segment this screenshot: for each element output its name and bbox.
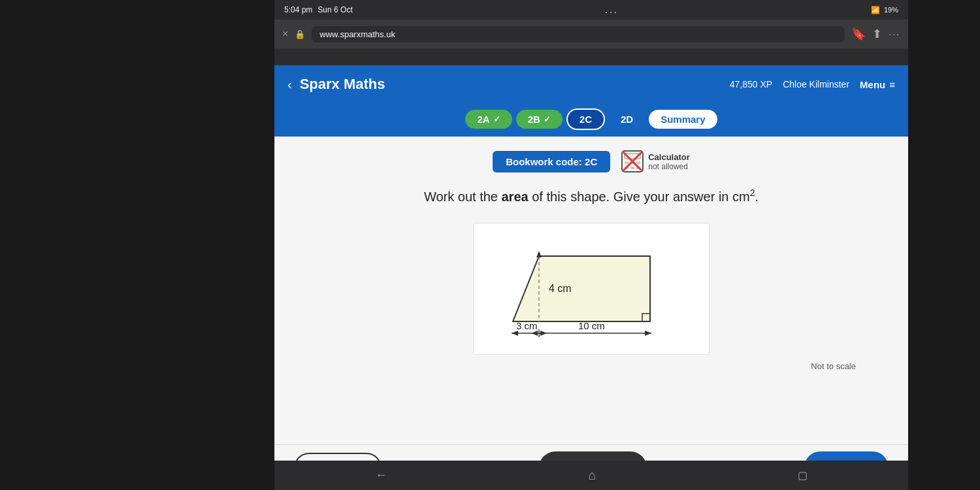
- device-bottom-bar: ← ⌂ ▢: [274, 461, 908, 490]
- question-text-before: Work out the: [424, 189, 502, 204]
- url-bar[interactable]: www.sparxmaths.uk: [312, 26, 845, 42]
- tab-2a-label: 2A: [477, 114, 489, 125]
- tab-2a-check: ✓: [493, 114, 500, 124]
- calculator-status: not allowed: [648, 162, 690, 171]
- close-button[interactable]: ×: [282, 28, 288, 40]
- more-options-icon[interactable]: ...: [889, 27, 900, 41]
- question-text: Work out the area of this shape. Give yo…: [424, 186, 759, 206]
- header-left: ‹ Sparx Maths: [287, 76, 385, 93]
- question-bold: area: [502, 189, 529, 204]
- tab-2b-check: ✓: [544, 114, 551, 124]
- user-name: Chloe Kilminster: [783, 79, 849, 90]
- tab-2a[interactable]: 2A ✓: [465, 110, 512, 129]
- svg-marker-10: [513, 256, 650, 321]
- lock-icon: 🔒: [295, 29, 305, 39]
- menu-button[interactable]: Menu ≡: [860, 79, 895, 90]
- back-device-icon[interactable]: ←: [375, 468, 387, 482]
- wifi-icon: 📶: [871, 6, 880, 14]
- tab-2d-label: 2D: [621, 114, 633, 125]
- battery-display: 19%: [884, 6, 898, 14]
- svg-rect-2: [625, 161, 629, 164]
- status-right: 📶 19%: [871, 6, 898, 14]
- tab-2c-label: 2C: [580, 114, 592, 125]
- date-display: Sun 6 Oct: [318, 5, 352, 14]
- menu-label: Menu: [860, 79, 885, 90]
- browser-chrome: 5:04 pm Sun 6 Oct ... 📶 19% × 🔒 www.spar…: [274, 0, 908, 65]
- superscript: 2: [750, 188, 755, 198]
- dots-menu[interactable]: ...: [605, 5, 619, 15]
- not-to-scale: Not to scale: [287, 361, 895, 371]
- tab-2b[interactable]: 2B ✓: [516, 110, 563, 129]
- hamburger-icon: ≡: [889, 79, 895, 90]
- time-display: 5:04 pm: [284, 5, 312, 14]
- right-panel: [908, 0, 980, 490]
- calculator-label: Calculator: [648, 152, 690, 162]
- share-icon[interactable]: ⬆: [872, 27, 882, 41]
- tab-2c[interactable]: 2C: [566, 108, 605, 130]
- calculator-text: Calculator not allowed: [648, 152, 690, 171]
- svg-rect-4: [636, 161, 640, 164]
- tab-2b-label: 2B: [528, 114, 540, 125]
- question-area: Bookwork code: 2C Calculat: [274, 137, 908, 444]
- bookmark-icon[interactable]: 🔖: [851, 27, 866, 41]
- back-button[interactable]: ‹: [287, 77, 292, 92]
- app-title: Sparx Maths: [300, 76, 385, 93]
- shape-diagram: 4 cm 3 cm 10 cm: [493, 237, 689, 341]
- tab-2d[interactable]: 2D: [609, 110, 645, 129]
- status-left: 5:04 pm Sun 6 Oct: [284, 5, 353, 14]
- browser-actions: 🔖 ⬆ ...: [851, 27, 900, 41]
- svg-marker-19: [531, 331, 538, 336]
- svg-rect-6: [630, 167, 634, 169]
- svg-marker-20: [540, 331, 547, 336]
- svg-text:10 cm: 10 cm: [578, 320, 605, 331]
- browser-toolbar: × 🔒 www.sparxmaths.uk 🔖 ⬆ ...: [274, 20, 908, 48]
- tab-summary-label: Summary: [661, 114, 705, 125]
- svg-marker-17: [645, 331, 651, 336]
- app-header: ‹ Sparx Maths 47,850 XP Chloe Kilminster…: [274, 65, 908, 103]
- question-text-end: .: [755, 189, 759, 204]
- status-bar: 5:04 pm Sun 6 Oct ... 📶 19%: [274, 0, 908, 20]
- recent-device-icon[interactable]: ▢: [798, 469, 808, 482]
- app-content: ‹ Sparx Maths 47,850 XP Chloe Kilminster…: [274, 65, 908, 490]
- header-right: 47,850 XP Chloe Kilminster Menu ≡: [730, 79, 895, 90]
- question-text-after: of this shape. Give your answer in cm: [529, 189, 750, 204]
- svg-marker-16: [512, 331, 518, 336]
- svg-marker-13: [536, 251, 542, 257]
- left-panel: [0, 0, 274, 490]
- bookwork-bar: Bookwork code: 2C Calculat: [493, 150, 690, 173]
- calculator-info: Calculator not allowed: [621, 150, 690, 173]
- tab-bar: 2A ✓ 2B ✓ 2C 2D Summary: [274, 103, 908, 137]
- url-text: www.sparxmaths.uk: [319, 29, 395, 39]
- xp-display: 47,850 XP: [730, 79, 772, 90]
- shape-container: 4 cm 3 cm 10 cm: [473, 223, 710, 355]
- bookwork-code: Bookwork code: 2C: [493, 151, 610, 172]
- svg-text:4 cm: 4 cm: [549, 283, 572, 294]
- tab-summary[interactable]: Summary: [649, 110, 717, 129]
- calculator-icon: [621, 150, 644, 173]
- home-device-icon[interactable]: ⌂: [588, 468, 596, 483]
- svg-text:3 cm: 3 cm: [516, 320, 538, 331]
